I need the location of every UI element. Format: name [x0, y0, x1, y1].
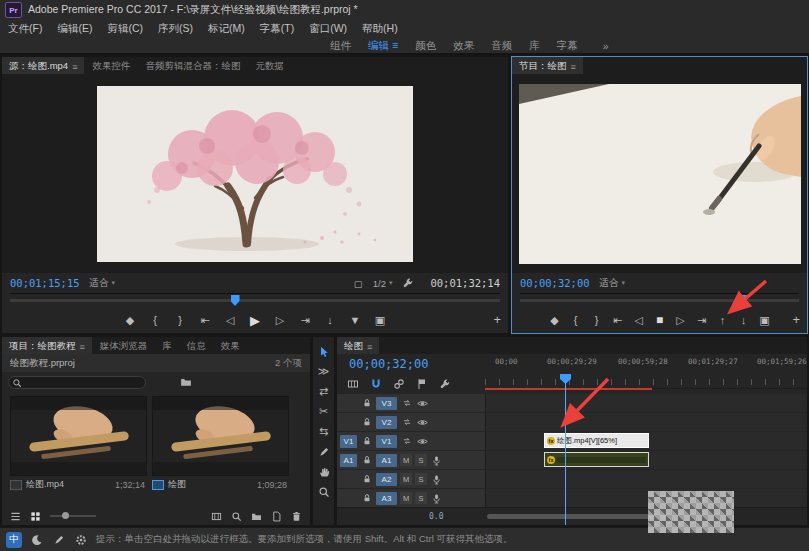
track-lock-icon[interactable] — [360, 492, 373, 505]
track-lock-icon[interactable] — [360, 416, 373, 429]
workspace-audio[interactable]: 音频 — [491, 39, 512, 53]
track-lock-icon[interactable] — [360, 473, 373, 486]
timeline-current-timecode[interactable]: 00;00;32;00 — [349, 357, 428, 371]
pen-tool[interactable] — [316, 444, 331, 459]
panel-menu-icon[interactable]: ≡ — [72, 62, 77, 72]
source-patch-v1[interactable]: V1 — [340, 435, 357, 448]
source-resolution-select[interactable]: 1/2 ▾ — [373, 278, 393, 289]
workspace-titles[interactable]: 字幕 — [557, 39, 578, 53]
ime-pen-icon[interactable] — [52, 533, 66, 547]
overwrite-button[interactable]: ▼ — [348, 315, 362, 326]
workspace-overflow-icon[interactable]: » — [603, 40, 609, 52]
tab-effect-controls[interactable]: 效果控件 — [85, 57, 137, 74]
tab-effects[interactable]: 效果 — [214, 337, 247, 354]
track-target-v2[interactable]: V2 — [376, 416, 397, 429]
play-button[interactable]: ▶ — [248, 314, 262, 327]
tab-sequence[interactable]: 绘图 ≡ — [337, 337, 379, 354]
track-target-a1[interactable]: A1 — [376, 454, 397, 467]
ripple-edit-tool[interactable]: ⇄ — [316, 384, 331, 399]
track-target-v1[interactable]: V1 — [376, 435, 397, 448]
track-content-a2[interactable] — [485, 470, 807, 488]
track-visibility-eye-icon[interactable] — [416, 397, 429, 410]
go-to-out-button[interactable]: ⇥ — [298, 315, 312, 326]
tab-metadata[interactable]: 元数据 — [248, 57, 291, 74]
mark-out-button[interactable]: } — [173, 315, 187, 326]
go-to-in-button[interactable]: ⇤ — [198, 315, 212, 326]
workspace-color[interactable]: 颜色 — [415, 39, 436, 53]
add-marker-button[interactable]: ◆ — [548, 315, 562, 326]
search-input[interactable] — [8, 376, 146, 389]
sync-lock-icon[interactable] — [400, 397, 413, 410]
mute-button[interactable]: M — [400, 473, 412, 485]
step-back-button[interactable]: ◁ — [223, 315, 237, 326]
source-patch-a1[interactable]: A1 — [340, 454, 357, 467]
track-content-v3[interactable] — [485, 394, 807, 412]
program-current-timecode[interactable]: 00;00;32;00 — [520, 277, 590, 289]
voiceover-mic-icon[interactable] — [430, 454, 443, 467]
tab-program-monitor[interactable]: 节目：绘图 ≡ — [512, 57, 583, 74]
ime-settings-gear-icon[interactable] — [74, 533, 88, 547]
voiceover-mic-icon[interactable] — [430, 492, 443, 505]
video-clip[interactable]: fx 绘图.mp4[V][65%] — [544, 433, 649, 448]
go-to-out-button[interactable]: ⇥ — [695, 315, 709, 326]
tab-source-monitor[interactable]: 源：绘图.mp4 ≡ — [2, 57, 84, 74]
source-zoom-select[interactable]: 适合 ▾ — [90, 277, 116, 290]
timeline-ruler[interactable]: 00;00 00;00;29;29 00;00;59;28 00;01;29;2… — [485, 354, 807, 389]
delete-icon[interactable] — [291, 511, 302, 522]
workspace-menu-icon[interactable]: ≡ — [392, 39, 398, 51]
step-forward-button[interactable]: ▷ — [674, 315, 688, 326]
track-target-a2[interactable]: A2 — [376, 473, 397, 486]
mark-in-button[interactable]: { — [148, 315, 162, 326]
step-forward-button[interactable]: ▷ — [273, 315, 287, 326]
mute-button[interactable]: M — [400, 492, 412, 504]
timeline-horizontal-scrollbar[interactable] — [487, 514, 667, 519]
menu-file[interactable]: 文件(F) — [8, 22, 42, 36]
lift-button[interactable]: ↑ — [716, 315, 730, 326]
track-visibility-eye-icon[interactable] — [416, 416, 429, 429]
thumbnail-zoom-slider[interactable] — [50, 515, 96, 517]
source-patch-empty[interactable] — [340, 397, 357, 410]
track-lock-icon[interactable] — [360, 397, 373, 410]
mute-button[interactable]: M — [400, 454, 412, 466]
go-to-in-button[interactable]: ⇤ — [611, 315, 625, 326]
solo-button[interactable]: S — [415, 473, 427, 485]
timeline-settings-wrench-icon[interactable] — [439, 378, 451, 390]
tab-libraries[interactable]: 库 — [155, 337, 179, 354]
program-zoom-select[interactable]: 适合 ▾ — [600, 277, 626, 290]
track-lock-icon[interactable] — [360, 454, 373, 467]
source-patch-empty[interactable] — [340, 473, 357, 486]
project-item-row[interactable]: 绘图.mp4 1;32;14 — [10, 478, 145, 491]
project-item-thumbnail[interactable] — [152, 396, 289, 476]
ime-moon-icon[interactable] — [30, 533, 44, 547]
project-file-name[interactable]: 绘图教程.prproj — [10, 357, 75, 370]
new-bin-icon[interactable] — [251, 511, 262, 522]
timeline-playhead-line[interactable] — [565, 382, 566, 525]
project-item-row[interactable]: 绘图 1;09;28 — [152, 478, 287, 491]
track-target-a3[interactable]: A3 — [376, 492, 397, 505]
razor-tool[interactable]: ✂ — [316, 404, 331, 419]
source-current-timecode[interactable]: 00;01;15;15 — [10, 277, 80, 289]
sync-lock-icon[interactable] — [400, 435, 413, 448]
insert-button[interactable]: ↓ — [323, 315, 337, 326]
track-content-a3[interactable] — [485, 489, 807, 507]
menu-help[interactable]: 帮助(H) — [362, 22, 398, 36]
project-item-thumbnail[interactable] — [10, 396, 147, 476]
track-content-v1[interactable]: fx 绘图.mp4[V][65%] — [485, 432, 807, 450]
slider-knob[interactable] — [62, 512, 69, 519]
drag-video-icon[interactable]: ▢ — [354, 278, 363, 289]
source-patch-empty[interactable] — [340, 416, 357, 429]
hand-tool[interactable] — [316, 464, 331, 479]
track-select-forward-tool[interactable]: ≫ — [316, 364, 331, 379]
step-back-button[interactable]: ◁ — [632, 315, 646, 326]
track-visibility-eye-icon[interactable] — [416, 435, 429, 448]
list-view-icon[interactable] — [10, 511, 21, 522]
extract-button[interactable]: ↓ — [737, 315, 751, 326]
tab-audio-clip-mixer[interactable]: 音频剪辑混合器：绘图 — [138, 57, 247, 74]
track-lock-icon[interactable] — [360, 435, 373, 448]
solo-button[interactable]: S — [415, 454, 427, 466]
panel-menu-icon[interactable]: ≡ — [571, 62, 576, 72]
menu-sequence[interactable]: 序列(S) — [158, 22, 193, 36]
new-item-icon[interactable] — [271, 511, 282, 522]
track-content-v2[interactable] — [485, 413, 807, 431]
workspace-editing[interactable]: 编辑≡ — [368, 39, 398, 53]
